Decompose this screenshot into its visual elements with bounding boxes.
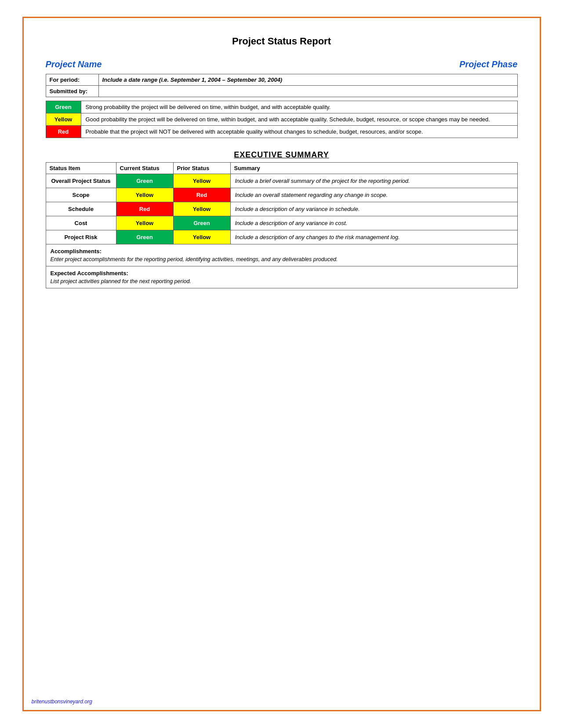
legend-desc-yellow: Good probability the project will be del…: [81, 113, 517, 126]
exec-prior-status: Red: [173, 188, 230, 202]
expected-accomplishments-text: List project activities planned for the …: [51, 278, 513, 284]
exec-status-item: Project Risk: [46, 230, 116, 244]
legend-color-green: Green: [46, 101, 81, 113]
info-table: For period:Include a date range (i.e. Se…: [46, 74, 518, 97]
info-value: [98, 86, 517, 97]
exec-current-status: Yellow: [116, 216, 173, 230]
project-name-label: Project Name: [46, 59, 102, 69]
accomplishments-title: Accomplishments:: [51, 248, 513, 255]
accomplishments-row: Accomplishments: Enter project accomplis…: [46, 244, 517, 266]
exec-summary: Include a description of any variance in…: [230, 202, 517, 216]
exec-summary: Include an overall statement regarding a…: [230, 188, 517, 202]
report-title: Project Status Report: [46, 36, 518, 47]
exec-status-item: Scope: [46, 188, 116, 202]
exec-current-status: Yellow: [116, 188, 173, 202]
exec-row-4: Project Risk Green Yellow Include a desc…: [46, 230, 517, 244]
exec-col-header: Summary: [230, 163, 517, 174]
info-row-0: For period:Include a date range (i.e. Se…: [46, 74, 517, 86]
legend-table: GreenStrong probability the project will…: [46, 101, 518, 138]
exec-current-status: Green: [116, 230, 173, 244]
executive-summary-title: EXECUTIVE SUMMARY: [46, 150, 518, 160]
exec-status-item: Cost: [46, 216, 116, 230]
accomplishments-text: Enter project accomplishments for the re…: [51, 256, 513, 262]
info-row-1: Submitted by:: [46, 86, 517, 97]
project-phase-label: Project Phase: [459, 59, 517, 69]
info-value: Include a date range (i.e. September 1, …: [98, 74, 517, 86]
legend-color-yellow: Yellow: [46, 113, 81, 126]
exec-current-status: Green: [116, 174, 173, 188]
legend-row-green: GreenStrong probability the project will…: [46, 101, 517, 113]
exec-summary: Include a description of any changes to …: [230, 230, 517, 244]
exec-summary: Include a description of any variance in…: [230, 216, 517, 230]
exec-prior-status: Green: [173, 216, 230, 230]
exec-prior-status: Yellow: [173, 202, 230, 216]
exec-row-3: Cost Yellow Green Include a description …: [46, 216, 517, 230]
header-row: Project Name Project Phase: [46, 59, 518, 69]
executive-summary-table: Status ItemCurrent StatusPrior StatusSum…: [46, 162, 518, 288]
legend-desc-green: Strong probability the project will be d…: [81, 101, 517, 113]
page-border: Project Status Report Project Name Proje…: [22, 17, 541, 711]
exec-row-2: Schedule Red Yellow Include a descriptio…: [46, 202, 517, 216]
legend-color-red: Red: [46, 126, 81, 138]
exec-col-header: Status Item: [46, 163, 116, 174]
exec-row-0: Overall Project Status Green Yellow Incl…: [46, 174, 517, 188]
exec-summary: Include a brief overall summary of the p…: [230, 174, 517, 188]
exec-current-status: Red: [116, 202, 173, 216]
exec-row-1: Scope Yellow Red Include an overall stat…: [46, 188, 517, 202]
info-label: Submitted by:: [46, 86, 98, 97]
exec-col-header: Current Status: [116, 163, 173, 174]
legend-row-red: RedProbable that the project will NOT be…: [46, 126, 517, 138]
footer-text: britenustbonsvineyard.org: [32, 699, 92, 705]
legend-row-yellow: YellowGood probability the project will …: [46, 113, 517, 126]
exec-prior-status: Yellow: [173, 230, 230, 244]
exec-status-item: Overall Project Status: [46, 174, 116, 188]
info-label: For period:: [46, 74, 98, 86]
expected-accomplishments-title: Expected Accomplishments:: [51, 270, 513, 277]
expected-accomplishments-row: Expected Accomplishments: List project a…: [46, 266, 517, 288]
exec-col-header: Prior Status: [173, 163, 230, 174]
legend-desc-red: Probable that the project will NOT be de…: [81, 126, 517, 138]
exec-prior-status: Yellow: [173, 174, 230, 188]
exec-status-item: Schedule: [46, 202, 116, 216]
